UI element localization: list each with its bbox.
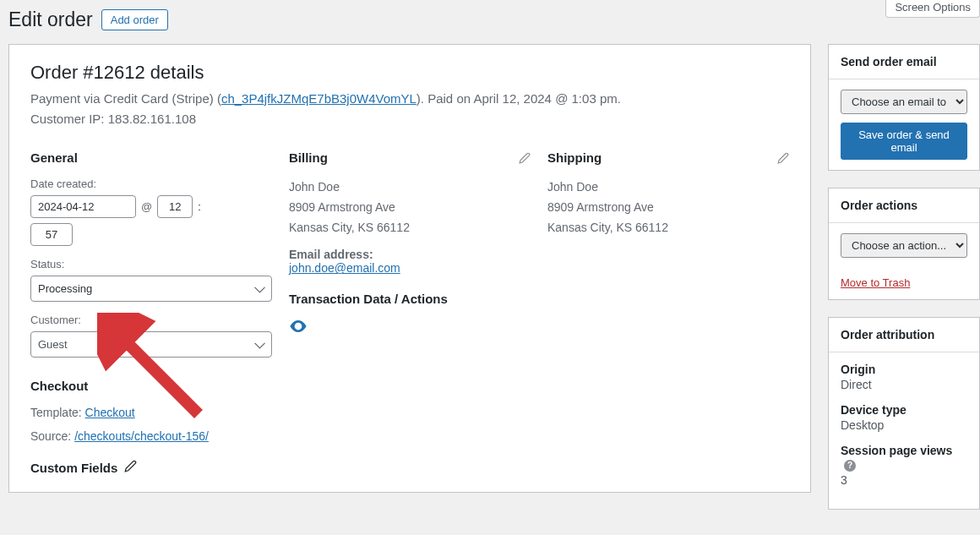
date-input[interactable] (30, 195, 136, 218)
hour-input[interactable] (157, 195, 193, 218)
email-label: Email address: (289, 248, 531, 261)
save-send-email-button[interactable]: Save order & send email (841, 123, 967, 160)
status-select[interactable]: Processing (30, 276, 272, 302)
order-title: Order #12612 details (30, 62, 789, 84)
source-row: Source: /checkouts/checkout-156/ (30, 429, 272, 443)
shipping-street: 8909 Armstrong Ave (547, 198, 789, 218)
device-type-value: Desktop (841, 418, 967, 432)
status-label: Status: (30, 258, 272, 270)
custom-fields-heading: Custom Fields (30, 460, 272, 475)
order-actions-heading: Order actions (829, 188, 979, 223)
customer-label: Customer: (30, 314, 272, 326)
order-actions-box: Order actions Choose an action... Move t… (828, 188, 980, 300)
shipping-address: John Doe 8909 Armstrong Ave Kansas City,… (547, 177, 789, 237)
general-heading: General (30, 150, 272, 165)
svg-point-0 (297, 325, 300, 328)
action-select[interactable]: Choose an action... (841, 233, 967, 258)
shipping-heading: Shipping (547, 150, 789, 165)
origin-value: Direct (841, 378, 967, 391)
customer-ip-value: 183.82.161.108 (108, 112, 196, 126)
shipping-column: Shipping John Doe 8909 Armstrong Ave Kan… (547, 150, 789, 475)
customer-ip-label: Customer IP: (30, 112, 108, 126)
shipping-city: Kansas City, KS 66112 (547, 218, 789, 238)
send-email-box: Send order email Choose an email to send… (828, 44, 980, 171)
template-link[interactable]: Checkout (85, 406, 135, 419)
help-icon[interactable]: ? (844, 460, 856, 472)
page-title: Edit order (8, 8, 93, 31)
template-row: Template: Checkout (30, 406, 272, 419)
billing-street: 8909 Armstrong Ave (289, 198, 531, 218)
payment-info: Payment via Credit Card (Stripe) (ch_3P4… (30, 89, 789, 109)
billing-name: John Doe (289, 177, 531, 198)
page-header: Edit order Add order (8, 0, 980, 44)
checkout-heading: Checkout (30, 379, 272, 393)
date-created-label: Date created: (30, 177, 272, 190)
general-column: General Date created: @ : Status: (30, 150, 272, 475)
shipping-name: John Doe (547, 177, 789, 198)
billing-column: Billing John Doe 8909 Armstrong Ave Kans… (289, 150, 531, 475)
source-link[interactable]: /checkouts/checkout-156/ (74, 429, 209, 443)
payment-suffix: ). Paid on April 12, 2024 @ 1:03 pm. (416, 91, 621, 106)
pencil-icon[interactable] (777, 152, 789, 167)
transaction-heading: Transaction Data / Actions (289, 292, 531, 306)
billing-city: Kansas City, KS 66112 (289, 218, 531, 238)
order-attribution-heading: Order attribution (829, 318, 979, 352)
session-views-value: 3 (841, 473, 967, 487)
billing-address: John Doe 8909 Armstrong Ave Kansas City,… (289, 177, 531, 237)
customer-select[interactable]: Guest (30, 331, 272, 358)
eye-icon[interactable] (289, 319, 531, 336)
payment-prefix: Payment via Credit Card (Stripe) ( (30, 91, 221, 106)
template-label: Template: (30, 406, 85, 419)
sidebar: Send order email Choose an email to send… (828, 44, 980, 510)
minute-input[interactable] (30, 223, 73, 246)
order-details-panel: Order #12612 details Payment via Credit … (8, 44, 811, 493)
origin-label: Origin (841, 363, 967, 376)
billing-heading: Billing (289, 150, 531, 165)
session-views-label: Session page views? (841, 444, 967, 472)
send-email-heading: Send order email (829, 45, 979, 79)
pencil-icon[interactable] (519, 152, 531, 167)
payment-transaction-link[interactable]: ch_3P4jfkJZMqE7bB3j0W4VomYL (221, 91, 416, 106)
billing-email-link[interactable]: john.doe@email.com (289, 261, 400, 275)
email-select[interactable]: Choose an email to send (841, 90, 967, 114)
move-to-trash-link[interactable]: Move to Trash (841, 276, 967, 289)
add-order-button[interactable]: Add order (101, 9, 168, 30)
customer-ip: Customer IP: 183.82.161.108 (30, 109, 789, 129)
order-attribution-box: Order attribution Origin Direct Device t… (828, 317, 980, 510)
device-type-label: Device type (841, 403, 967, 417)
screen-options-tab[interactable]: Screen Options (885, 0, 980, 18)
at-symbol: @ (141, 200, 152, 213)
pencil-icon[interactable] (124, 460, 137, 475)
custom-fields-label: Custom Fields (30, 461, 117, 475)
time-colon: : (198, 200, 201, 213)
source-label: Source: (30, 429, 74, 443)
